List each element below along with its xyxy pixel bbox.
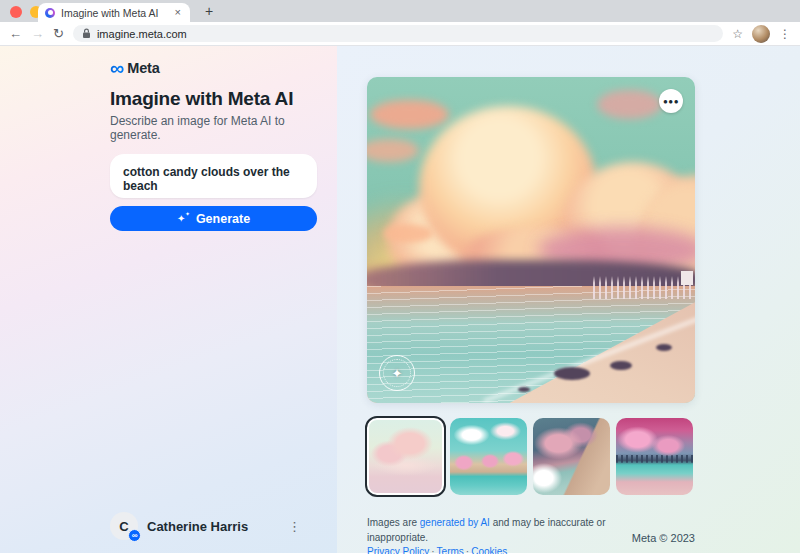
copyright-text: Meta © 2023	[632, 532, 695, 544]
terms-link[interactable]: Terms	[437, 546, 464, 554]
profile-avatar: C ∞	[110, 512, 138, 540]
disclaimer-prefix: Images are	[367, 517, 420, 528]
profile-initial: C	[119, 519, 128, 534]
new-tab-button[interactable]: +	[200, 2, 218, 20]
url-text: imagine.meta.com	[97, 28, 187, 40]
profile-menu-icon[interactable]: ⋮	[288, 519, 301, 534]
disclaimer-text: Images are generated by AI and may be in…	[367, 516, 618, 554]
main-content: ●●● ✦ Images are generated by AI and may…	[337, 46, 800, 553]
generated-by-ai-link[interactable]: generated by AI	[420, 517, 490, 528]
forward-button[interactable]: →	[31, 27, 44, 40]
meta-logo-text: Meta	[127, 60, 159, 76]
back-button[interactable]: ←	[9, 27, 22, 40]
reload-button[interactable]: ↻	[53, 27, 64, 40]
meta-infinity-icon: ∞	[110, 61, 124, 75]
browser-menu-icon[interactable]: ⋮	[779, 27, 791, 41]
image-more-options-button[interactable]: ●●●	[659, 89, 683, 113]
meta-logo: ∞ Meta	[110, 60, 317, 76]
profile-name: Catherine Harris	[147, 519, 279, 534]
sparkle-icon: ✦ ✦	[177, 212, 190, 225]
thumbnail-variation-4[interactable]	[616, 418, 693, 495]
sidebar: ∞ Meta Imagine with Meta AI Describe an …	[0, 46, 337, 553]
generate-button[interactable]: ✦ ✦ Generate	[110, 206, 317, 231]
tab-favicon-icon	[45, 8, 55, 18]
page: ∞ Meta Imagine with Meta AI Describe an …	[0, 46, 800, 553]
generated-image: ●●● ✦	[367, 77, 695, 403]
lock-icon	[82, 28, 91, 39]
browser-toolbar: ← → ↻ imagine.meta.com ☆ ⋮	[0, 22, 800, 46]
privacy-policy-link[interactable]: Privacy Policy	[367, 546, 429, 554]
address-bar[interactable]: imagine.meta.com	[73, 25, 723, 42]
page-subtitle: Describe an image for Meta AI to generat…	[110, 114, 317, 142]
browser-tab[interactable]: Imagine with Meta AI ×	[38, 3, 190, 22]
tab-strip: Imagine with Meta AI × +	[0, 0, 800, 22]
prompt-value: cotton candy clouds over the beach	[123, 165, 304, 193]
tab-close-icon[interactable]: ×	[173, 6, 183, 19]
meta-badge-icon: ∞	[128, 529, 141, 542]
profile-row: C ∞ Catherine Harris ⋮	[110, 511, 317, 541]
bookmark-star-icon[interactable]: ☆	[732, 27, 743, 41]
close-window-button[interactable]	[10, 6, 22, 18]
ai-watermark-icon: ✦	[379, 355, 415, 391]
thumbnail-variation-2[interactable]	[450, 418, 527, 495]
prompt-input[interactable]: cotton candy clouds over the beach	[110, 154, 317, 198]
browser-profile-avatar[interactable]	[752, 25, 770, 43]
tab-title: Imagine with Meta AI	[61, 7, 167, 19]
thumbnail-variation-1[interactable]	[367, 418, 444, 495]
thumbnail-variation-3[interactable]	[533, 418, 610, 495]
cookies-link[interactable]: Cookies	[471, 546, 507, 554]
page-title: Imagine with Meta AI	[110, 88, 317, 110]
thumbnail-row	[367, 418, 800, 495]
generate-button-label: Generate	[196, 212, 250, 226]
footer: Images are generated by AI and may be in…	[367, 516, 695, 554]
image-city-skyline	[593, 276, 695, 299]
